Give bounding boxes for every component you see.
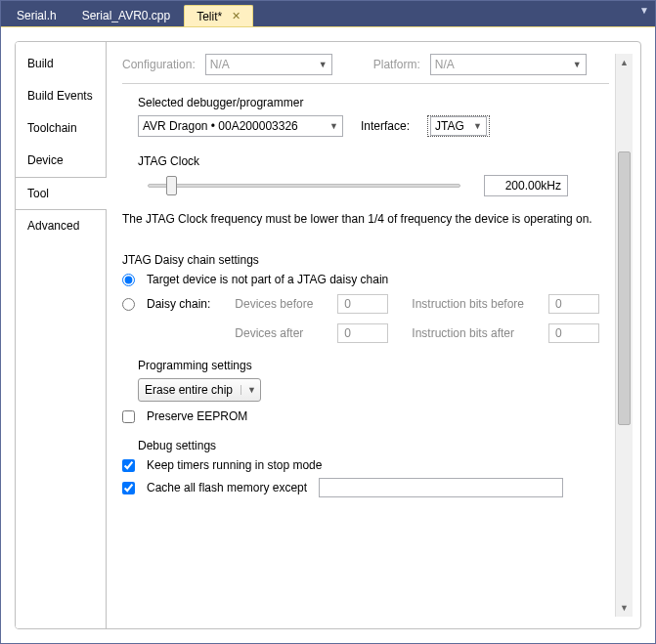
chevron-down-icon: ▼ xyxy=(473,121,482,131)
jtag-clock-value[interactable] xyxy=(484,175,568,196)
file-tab-active[interactable]: Telit* ✕ xyxy=(184,5,253,26)
configuration-label: Configuration: xyxy=(122,58,196,71)
platform-label: Platform: xyxy=(373,58,420,71)
configuration-value: N/A xyxy=(210,58,230,71)
erase-mode-combo[interactable]: Erase entire chip ▼ xyxy=(138,378,261,402)
configuration-combo[interactable]: N/A ▼ xyxy=(205,54,332,75)
sidebar-item-tool[interactable]: Tool xyxy=(16,177,106,210)
sidebar-item-build[interactable]: Build xyxy=(16,48,106,80)
section-title-daisy: JTAG Daisy chain settings xyxy=(122,253,609,267)
chevron-down-icon: ▼ xyxy=(329,121,338,131)
group-daisy-chain: JTAG Daisy chain settings Target device … xyxy=(122,253,609,343)
radio-label: Daisy chain: xyxy=(147,297,210,311)
scroll-up-icon[interactable]: ▲ xyxy=(616,54,633,71)
debugger-device-value: AVR Dragon • 00A200003326 xyxy=(143,119,298,133)
interface-combo[interactable]: JTAG ▼ xyxy=(430,116,487,136)
close-icon[interactable]: ✕ xyxy=(232,10,241,22)
sidebar-item-device[interactable]: Device xyxy=(16,145,106,177)
platform-value: N/A xyxy=(435,58,455,71)
section-title-programming: Programming settings xyxy=(138,359,609,372)
file-tab[interactable]: Serial.h xyxy=(5,5,68,26)
sidebar-item-advanced[interactable]: Advanced xyxy=(16,210,106,242)
interface-value: JTAG xyxy=(435,119,464,133)
keep-timers-label: Keep timers running in stop mode xyxy=(147,458,322,472)
vertical-scrollbar[interactable]: ▲ ▼ xyxy=(615,54,633,617)
preserve-eeprom-label: Preserve EEPROM xyxy=(147,409,247,423)
tabstrip-overflow-icon[interactable]: ▼ xyxy=(639,5,649,16)
section-title-debug: Debug settings xyxy=(138,439,609,452)
instr-bits-before-input xyxy=(548,294,599,314)
devices-before-input xyxy=(337,294,388,314)
file-tab-label: Telit* xyxy=(197,10,222,23)
sidebar-item-toolchain[interactable]: Toolchain xyxy=(16,112,106,145)
file-tab[interactable]: Serial_AVR0.cpp xyxy=(70,5,183,26)
platform-combo[interactable]: N/A ▼ xyxy=(430,54,587,75)
instr-bits-after-input xyxy=(548,323,599,343)
section-title-debugger: Selected debugger/programmer xyxy=(138,96,609,109)
divider xyxy=(122,83,609,84)
cache-flash-label: Cache all flash memory except xyxy=(147,481,307,494)
chevron-down-icon: ▼ xyxy=(573,60,582,69)
scroll-thumb[interactable] xyxy=(618,151,631,425)
devices-after-input xyxy=(337,323,388,343)
sidebar-item-build-events[interactable]: Build Events xyxy=(16,80,106,112)
interface-label: Interface: xyxy=(361,119,410,133)
devices-after-label: Devices after xyxy=(235,326,324,340)
editor-tabstrip: Serial.h Serial_AVR0.cpp Telit* ✕ ▼ xyxy=(1,1,655,26)
preserve-eeprom-checkbox[interactable] xyxy=(122,410,135,423)
instr-bits-before-label: Instruction bits before xyxy=(412,297,535,311)
radio-label: Target device is not part of a JTAG dais… xyxy=(147,273,388,286)
jtag-clock-slider[interactable] xyxy=(148,176,460,195)
scroll-down-icon[interactable]: ▼ xyxy=(616,599,633,617)
cache-flash-checkbox[interactable] xyxy=(122,482,135,494)
property-page-sidebar: Build Build Events Toolchain Device Tool… xyxy=(16,42,107,628)
jtag-clock-hint: The JTAG Clock frequency must be lower t… xyxy=(122,211,609,228)
debugger-device-combo[interactable]: AVR Dragon • 00A200003326 ▼ xyxy=(138,115,343,137)
radio-daisy-chain[interactable] xyxy=(122,298,135,311)
devices-before-label: Devices before xyxy=(235,297,324,311)
instr-bits-after-label: Instruction bits after xyxy=(412,326,535,340)
erase-mode-value: Erase entire chip xyxy=(145,383,233,397)
section-title-jtag-clock: JTAG Clock xyxy=(138,154,609,168)
radio-not-part-of-chain[interactable] xyxy=(122,274,135,286)
chevron-down-icon: ▼ xyxy=(319,60,328,69)
chevron-down-icon: ▼ xyxy=(241,385,254,395)
keep-timers-checkbox[interactable] xyxy=(122,459,135,472)
cache-flash-except-input[interactable] xyxy=(319,478,563,497)
